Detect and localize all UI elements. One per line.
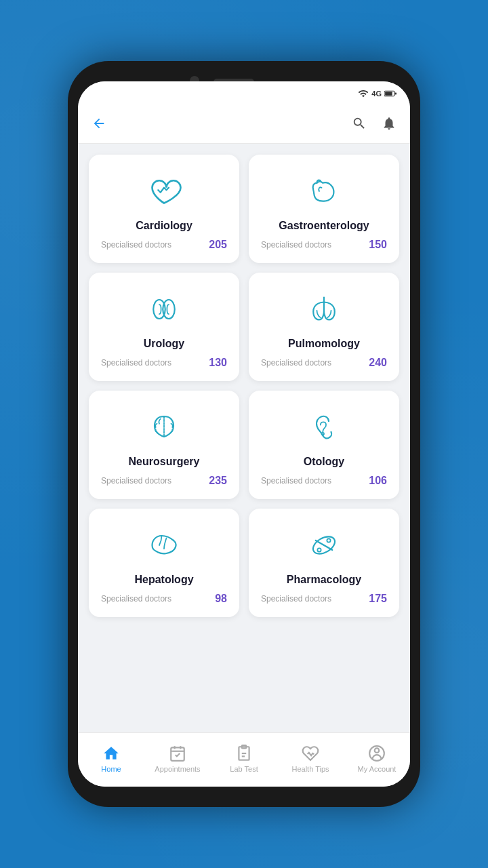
dept-count-neurosurgery: 235 — [209, 475, 227, 487]
svg-point-10 — [317, 548, 321, 551]
dept-info-cardiology: Specialised doctors 205 — [98, 239, 230, 251]
battery-icon — [384, 90, 396, 98]
dept-label-hepatology: Specialised doctors — [101, 594, 171, 604]
back-button[interactable] — [89, 113, 109, 136]
dept-info-neurosurgery: Specialised doctors 235 — [98, 475, 230, 487]
dept-name-pulmomology: Pulmomology — [288, 338, 360, 350]
nav-label-lab-test: Lab Test — [230, 765, 258, 773]
clipboard-nav-icon — [235, 745, 253, 762]
departments-grid: Cardiology Specialised doctors 205 Gastr… — [78, 144, 410, 732]
heart-pulse-nav-icon — [302, 745, 319, 762]
dept-info-hepatology: Specialised doctors 98 — [98, 593, 230, 605]
dept-name-gastroenterology: Gastroenterology — [279, 220, 369, 232]
nav-item-my-account[interactable]: My Account — [353, 745, 401, 773]
home-nav-icon — [102, 745, 120, 762]
dept-card-neurosurgery[interactable]: Neurosurgery Specialised doctors 235 — [89, 391, 239, 499]
dept-count-gastroenterology: 150 — [369, 239, 387, 251]
dept-name-cardiology: Cardiology — [136, 220, 192, 232]
dept-card-pharmacology[interactable]: Pharmacology Specialised doctors 175 — [249, 509, 399, 617]
search-icon — [352, 116, 367, 131]
dept-label-gastroenterology: Specialised doctors — [261, 240, 331, 250]
dept-count-pharmacology: 175 — [369, 593, 387, 605]
dept-name-pharmacology: Pharmacology — [287, 574, 361, 586]
ear-icon — [302, 406, 346, 449]
pill-icon — [302, 524, 346, 567]
nav-item-lab-test[interactable]: Lab Test — [220, 745, 268, 773]
dept-card-pulmomology[interactable]: Pulmomology Specialised doctors 240 — [249, 273, 399, 381]
wifi-icon — [358, 88, 369, 99]
dept-count-pulmomology: 240 — [369, 357, 387, 369]
lungs-icon — [302, 288, 346, 331]
screen: 4G — [78, 81, 410, 787]
svg-rect-2 — [395, 93, 396, 95]
bell-icon — [382, 116, 396, 131]
svg-rect-1 — [385, 92, 392, 95]
search-button[interactable] — [349, 113, 369, 136]
dept-card-otology[interactable]: Otology Specialised doctors 106 — [249, 391, 399, 499]
dept-label-otology: Specialised doctors — [261, 476, 331, 486]
dept-name-neurosurgery: Neurosurgery — [129, 456, 200, 468]
dept-label-pharmacology: Specialised doctors — [261, 594, 331, 604]
dept-card-urology[interactable]: Urology Specialised doctors 130 — [89, 273, 239, 381]
kidney-icon — [142, 288, 186, 331]
dept-name-hepatology: Hepatology — [134, 574, 193, 586]
dept-card-gastroenterology[interactable]: Gastroenterology Specialised doctors 150 — [249, 155, 399, 263]
nav-label-health-tips: Health Tips — [291, 765, 329, 773]
dept-info-pulmomology: Specialised doctors 240 — [258, 357, 390, 369]
nav-label-appointments: Appointments — [155, 765, 200, 773]
signal-label: 4G — [371, 90, 382, 98]
status-bar: 4G — [78, 81, 410, 106]
nav-label-home: Home — [101, 765, 121, 773]
stomach-icon — [302, 170, 346, 213]
nav-action-icons — [349, 113, 399, 136]
dept-label-neurosurgery: Specialised doctors — [101, 476, 171, 486]
dept-name-otology: Otology — [304, 456, 344, 468]
dept-label-urology: Specialised doctors — [101, 358, 171, 368]
dept-count-urology: 130 — [209, 357, 227, 369]
brain-icon — [142, 406, 186, 449]
liver-icon — [142, 524, 186, 567]
phone-frame: 4G — [68, 61, 420, 807]
dept-info-urology: Specialised doctors 130 — [98, 357, 230, 369]
dept-count-hepatology: 98 — [215, 593, 227, 605]
svg-point-11 — [327, 538, 330, 542]
dept-label-cardiology: Specialised doctors — [101, 240, 171, 250]
bottom-navigation: Home Appointments Lab Test Health Tips M… — [78, 732, 410, 787]
dept-count-cardiology: 205 — [209, 239, 227, 251]
nav-label-my-account: My Account — [358, 765, 396, 773]
dept-card-cardiology[interactable]: Cardiology Specialised doctors 205 — [89, 155, 239, 263]
nav-item-home[interactable]: Home — [87, 745, 135, 773]
dept-name-urology: Urology — [144, 338, 184, 350]
dept-info-otology: Specialised doctors 106 — [258, 475, 390, 487]
nav-item-appointments[interactable]: Appointments — [154, 745, 201, 773]
dept-count-otology: 106 — [369, 475, 387, 487]
dept-card-hepatology[interactable]: Hepatology Specialised doctors 98 — [89, 509, 239, 617]
dept-info-gastroenterology: Specialised doctors 150 — [258, 239, 390, 251]
back-icon — [92, 116, 106, 131]
svg-rect-12 — [171, 747, 184, 761]
notification-button[interactable] — [379, 113, 399, 136]
dept-info-pharmacology: Specialised doctors 175 — [258, 593, 390, 605]
user-circle-nav-icon — [368, 745, 386, 762]
calendar-check-nav-icon — [169, 745, 186, 762]
svg-point-21 — [375, 748, 380, 753]
dept-label-pulmomology: Specialised doctors — [261, 358, 331, 368]
nav-item-health-tips[interactable]: Health Tips — [287, 745, 334, 773]
svg-point-7 — [322, 433, 325, 435]
status-icons: 4G — [358, 88, 399, 99]
heart-icon — [142, 170, 186, 213]
top-navigation — [78, 106, 410, 144]
